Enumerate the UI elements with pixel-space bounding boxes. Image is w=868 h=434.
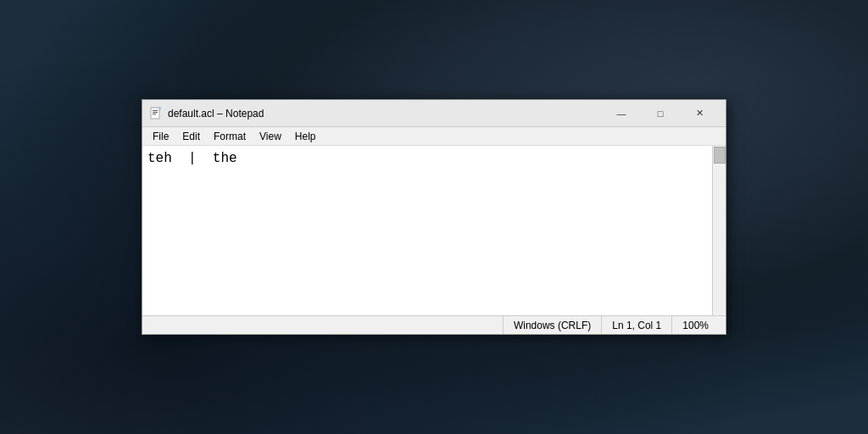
title-bar: default.acl – Notepad — □ ✕ [142, 100, 726, 127]
status-bar: Windows (CRLF) Ln 1, Col 1 100% [142, 315, 726, 334]
close-button[interactable]: ✕ [680, 100, 719, 127]
status-position: Ln 1, Col 1 [601, 316, 671, 334]
svg-rect-2 [153, 112, 158, 113]
svg-rect-1 [153, 110, 158, 111]
svg-rect-0 [151, 108, 159, 119]
menu-bar: File Edit Format View Help [142, 127, 726, 146]
menu-file[interactable]: File [146, 129, 175, 144]
notepad-window: default.acl – Notepad — □ ✕ File Edit Fo… [142, 99, 726, 335]
menu-help[interactable]: Help [288, 129, 323, 144]
svg-rect-3 [153, 114, 156, 114]
menu-format[interactable]: Format [207, 129, 253, 144]
editor-textarea[interactable] [142, 146, 712, 315]
svg-rect-4 [159, 107, 161, 110]
window-controls: — □ ✕ [602, 100, 719, 127]
notepad-app-icon [149, 107, 163, 120]
editor-container [142, 146, 726, 315]
scrollbar-thumb[interactable] [714, 147, 726, 164]
status-encoding: Windows (CRLF) [503, 316, 601, 334]
window-title: default.acl – Notepad [168, 108, 602, 120]
maximize-button[interactable]: □ [641, 100, 680, 127]
menu-view[interactable]: View [253, 129, 288, 144]
scrollbar-track[interactable] [712, 146, 726, 315]
minimize-button[interactable]: — [602, 100, 641, 127]
menu-edit[interactable]: Edit [175, 129, 207, 144]
status-zoom: 100% [671, 316, 719, 334]
